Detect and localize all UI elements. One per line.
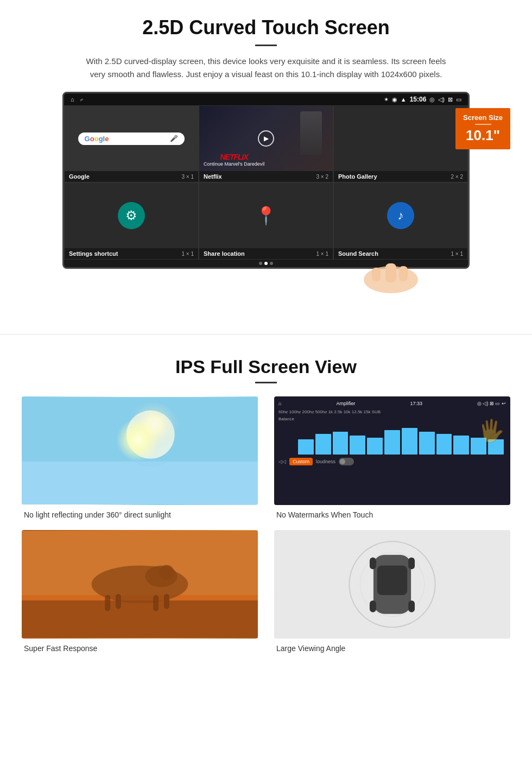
svg-rect-23 xyxy=(370,558,376,570)
amp-balance-label: Balance xyxy=(278,417,295,455)
amp-loudness-label: loudness xyxy=(316,459,335,464)
gallery-app-size: 2 × 2 xyxy=(451,174,463,180)
svg-rect-3 xyxy=(372,268,381,281)
google-label-row: Google 3 × 1 xyxy=(65,171,198,182)
svg-rect-24 xyxy=(408,558,415,570)
close-icon[interactable]: ⊠ xyxy=(448,96,453,103)
amp-toggle-knob xyxy=(340,459,345,464)
netflix-thumb: ▶ NETFLIX Continue Marvel's Daredevil xyxy=(199,106,333,171)
amp-time: 17:33 xyxy=(410,401,422,406)
svg-rect-14 xyxy=(105,595,110,611)
sunlight-svg xyxy=(22,396,258,505)
svg-rect-26 xyxy=(408,601,415,613)
window-icon[interactable]: ▭ xyxy=(456,96,461,103)
feature-amplifier: ⌂ Amplifier 17:33 ◎ ◁) ⊠ ▭ ↩ 60hz 100hz … xyxy=(274,396,510,519)
mic-icon[interactable]: 🎤 xyxy=(170,135,178,142)
feature-grid: No light reflecting under 360° direct su… xyxy=(22,396,510,653)
section2-title-divider xyxy=(255,382,277,383)
amp-nav-arrows: ◁◁ xyxy=(278,459,286,464)
home-icon[interactable]: ⌂ xyxy=(71,96,74,103)
section-divider xyxy=(0,334,532,335)
screen-badge-label: Screen Size xyxy=(463,113,503,122)
status-left: ⌂ ⌿ xyxy=(71,96,84,103)
section1-description: With 2.5D curved-display screen, this de… xyxy=(81,55,451,81)
amplifier-caption: No Watermarks When Touch xyxy=(274,510,510,519)
app-cell-share[interactable]: 📍 Share location 1 × 1 xyxy=(199,182,333,260)
settings-app-size: 1 × 1 xyxy=(181,251,194,257)
wifi-icon: ▲ xyxy=(401,96,407,103)
amp-title: Amplifier xyxy=(336,401,355,406)
netflix-logo: NETFLIX xyxy=(204,153,264,161)
settings-icon: ⚙ xyxy=(118,202,145,229)
share-label-row: Share location 1 × 1 xyxy=(199,248,333,259)
svg-rect-17 xyxy=(164,594,169,609)
dot-2 xyxy=(264,262,268,265)
maps-icon: 📍 xyxy=(254,204,278,228)
amp-bar-5 xyxy=(367,438,383,455)
svg-rect-1 xyxy=(385,263,396,282)
amp-footer: ◁◁ Custom loudness xyxy=(278,458,506,465)
amp-loudness-toggle[interactable] xyxy=(339,458,354,465)
dot-3 xyxy=(270,262,273,265)
section-ips-screen: IPS Full Screen View xyxy=(0,351,532,669)
daredevil-figure xyxy=(300,111,322,155)
svg-rect-5 xyxy=(22,462,258,504)
app-cell-sound[interactable]: ♪ Sound Search 1 × 1 xyxy=(333,182,468,260)
netflix-app-name: Netflix xyxy=(204,173,222,180)
gallery-thumb xyxy=(334,106,467,171)
amp-freq-labels: 60hz 100hz 200hz 500hz 1k 2.5k 10k 12.5k… xyxy=(278,409,381,414)
app-grid: Google 🎤 Google 3 × 1 ▶ xyxy=(64,105,468,260)
google-thumb: Google 🎤 xyxy=(65,106,198,171)
location-icon: ◉ xyxy=(392,96,397,103)
gallery-app-name: Photo Gallery xyxy=(338,173,377,180)
section-curved-screen: 2.5D Curved Touch Screen With 2.5D curve… xyxy=(0,0,532,318)
volume-icon: ◁) xyxy=(438,96,445,103)
sunlight-visual xyxy=(22,396,258,505)
status-time: 15:06 xyxy=(410,96,427,103)
car-caption: Large Viewing Angle xyxy=(274,644,510,653)
sound-app-size: 1 × 1 xyxy=(451,251,463,257)
sound-label-row: Sound Search 1 × 1 xyxy=(334,248,467,259)
amp-bar-8 xyxy=(419,432,435,455)
app-cell-settings[interactable]: ⚙ Settings shortcut 1 × 1 xyxy=(64,182,199,260)
svg-rect-2 xyxy=(399,266,408,281)
amp-bar-4 xyxy=(350,436,365,455)
settings-label-row: Settings shortcut 1 × 1 xyxy=(65,248,198,259)
usb-icon: ⌿ xyxy=(80,96,84,103)
status-right: ✶ ◉ ▲ 15:06 ◎ ◁) ⊠ ▭ xyxy=(384,96,461,103)
amp-custom-btn[interactable]: Custom xyxy=(289,458,313,465)
section2-title: IPS Full Screen View xyxy=(22,356,510,377)
sound-icon: ♪ xyxy=(387,202,414,229)
app-cell-google[interactable]: Google 🎤 Google 3 × 1 xyxy=(64,105,199,182)
svg-rect-10 xyxy=(22,601,258,638)
google-search-bar[interactable]: Google 🎤 xyxy=(78,133,185,145)
amplifier-image: ⌂ Amplifier 17:33 ◎ ◁) ⊠ ▭ ↩ 60hz 100hz … xyxy=(274,396,510,505)
share-app-name: Share location xyxy=(204,250,245,257)
gallery-label-row: Photo Gallery 2 × 2 xyxy=(334,171,467,182)
settings-thumb: ⚙ xyxy=(65,183,198,248)
amp-bar-2 xyxy=(315,434,331,455)
feature-car: Large Viewing Angle xyxy=(274,530,510,653)
hand-area xyxy=(54,269,478,307)
netflix-app-size: 3 × 2 xyxy=(316,174,328,180)
sunlight-caption: No light reflecting under 360° direct su… xyxy=(22,510,258,519)
cheetah-visual xyxy=(22,530,258,639)
app-cell-netflix[interactable]: ▶ NETFLIX Continue Marvel's Daredevil Ne… xyxy=(199,105,333,182)
amp-bar-7 xyxy=(402,428,417,455)
app-cell-gallery[interactable]: Photo Gallery 2 × 2 xyxy=(333,105,468,182)
google-logo: Google xyxy=(85,135,109,143)
netflix-sub: Continue Marvel's Daredevil xyxy=(204,161,264,167)
cheetah-svg xyxy=(22,530,258,639)
svg-point-7 xyxy=(118,402,183,467)
bluetooth-icon: ✶ xyxy=(384,96,389,103)
play-button[interactable]: ▶ xyxy=(258,130,274,147)
status-bar: ⌂ ⌿ ✶ ◉ ▲ 15:06 ◎ ◁) ⊠ ▭ xyxy=(64,93,468,105)
device-screen: ⌂ ⌿ ✶ ◉ ▲ 15:06 ◎ ◁) ⊠ ▭ xyxy=(62,92,470,269)
sunlight-image xyxy=(22,396,258,505)
share-app-size: 1 × 1 xyxy=(316,251,328,257)
screen-badge-divider xyxy=(475,124,491,125)
screen-badge-size: 10.1" xyxy=(463,127,503,144)
section1-title: 2.5D Curved Touch Screen xyxy=(33,16,499,39)
amp-icons: ◎ ◁) ⊠ ▭ ↩ xyxy=(477,401,506,406)
share-thumb: 📍 xyxy=(199,183,333,248)
